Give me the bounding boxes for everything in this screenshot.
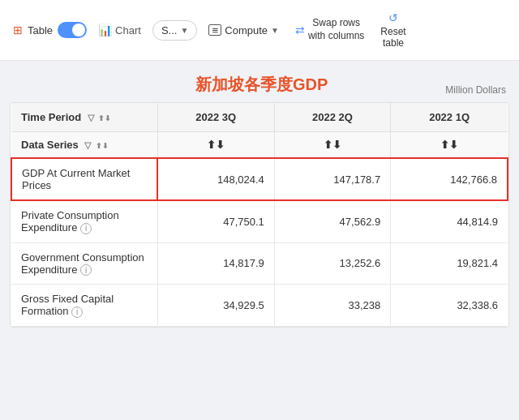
- private-consumption-col1: 47,750.1: [157, 200, 274, 242]
- reset-icon: ↺: [388, 11, 398, 24]
- main-content: 新加坡各季度GDP Million Dollars Time Period ▽ …: [0, 61, 519, 337]
- col1-sort[interactable]: ⬆⬇: [157, 132, 274, 159]
- private-consumption-label: Private Consumption Expenditure i: [11, 200, 157, 242]
- gdp-col3-value: 142,766.8: [391, 158, 508, 200]
- header-row: Time Period ▽ ⬆⬇ 2022 3Q 2022 2Q 2022 1Q: [11, 103, 508, 132]
- government-consumption-col1: 14,817.9: [157, 242, 274, 285]
- reset-label: Resettable: [380, 26, 405, 49]
- segment-dropdown[interactable]: S... ▼: [152, 20, 197, 41]
- gross-fixed-capital-label: Gross Fixed Capital Formation i: [11, 285, 157, 327]
- view-toggle-switch[interactable]: [58, 22, 87, 38]
- government-consumption-row: Government Consumption Expenditure i 14,…: [11, 242, 508, 285]
- col3-sort[interactable]: ⬆⬇: [391, 132, 508, 159]
- gdp-col2-value: 147,178.7: [274, 158, 390, 200]
- col2-sort[interactable]: ⬆⬇: [274, 132, 390, 159]
- filter-icon[interactable]: ▽: [88, 113, 94, 122]
- sort-icon[interactable]: ⬆⬇: [98, 114, 111, 122]
- time-period-header[interactable]: Time Period ▽ ⬆⬇: [11, 103, 157, 132]
- data-table: Time Period ▽ ⬆⬇ 2022 3Q 2022 2Q 2022 1Q…: [11, 103, 508, 327]
- government-consumption-col2: 13,252.6: [274, 242, 390, 285]
- gross-fixed-capital-row: Gross Fixed Capital Formation i 34,929.5…: [11, 285, 508, 327]
- segment-label: S...: [161, 24, 178, 36]
- gross-fixed-capital-col1: 34,929.5: [157, 285, 274, 327]
- gdp-col1-value: 148,024.4: [157, 158, 274, 200]
- government-consumption-label: Government Consumption Expenditure i: [11, 242, 157, 285]
- chevron-down-icon: ▼: [180, 26, 188, 35]
- unit-label: Million Dollars: [445, 84, 506, 96]
- data-table-container: Time Period ▽ ⬆⬇ 2022 3Q 2022 2Q 2022 1Q…: [10, 102, 509, 328]
- private-consumption-col2: 47,562.9: [274, 200, 390, 242]
- col3-header[interactable]: 2022 1Q: [391, 103, 508, 132]
- chart-icon: 📊: [98, 24, 112, 36]
- table-label: Table: [28, 24, 53, 36]
- gross-fixed-capital-info-icon[interactable]: i: [71, 306, 83, 318]
- private-consumption-info-icon[interactable]: i: [80, 223, 92, 234]
- reset-table-button[interactable]: ↺ Resettable: [375, 8, 410, 52]
- toolbar: ⊞ Table 📊 Chart S... ▼ ≡ Compute ▼ ⇄ Swa…: [0, 0, 519, 61]
- government-consumption-info-icon[interactable]: i: [80, 264, 92, 276]
- subheader-row: Data Series ▽ ⬆⬇ ⬆⬇ ⬆⬇ ⬆⬇: [11, 132, 508, 159]
- private-consumption-row: Private Consumption Expenditure i 47,750…: [11, 200, 508, 242]
- swap-icon: ⇄: [295, 23, 305, 37]
- table-icon: ⊞: [13, 24, 23, 36]
- government-consumption-col3: 19,821.4: [391, 242, 508, 285]
- chart-label: Chart: [115, 24, 141, 36]
- table-toggle-group: ⊞ Table: [13, 22, 87, 38]
- swap-rows-button[interactable]: ⇄ Swap rowswith columns: [290, 14, 369, 45]
- compute-chevron-icon: ▼: [271, 26, 279, 35]
- gross-fixed-capital-col3: 32,338.6: [391, 285, 508, 327]
- data-series-header[interactable]: Data Series ▽ ⬆⬇: [11, 132, 157, 159]
- page-title: 新加坡各季度GDP: [78, 74, 445, 96]
- data-series-sort-icon[interactable]: ⬆⬇: [96, 142, 109, 150]
- data-series-filter-icon[interactable]: ▽: [84, 140, 91, 150]
- chart-button[interactable]: 📊 Chart: [93, 20, 146, 40]
- private-consumption-col3: 44,814.9: [391, 200, 508, 242]
- compute-icon: ≡: [208, 24, 221, 36]
- compute-button[interactable]: ≡ Compute ▼: [204, 21, 284, 40]
- gdp-row: GDP At Current Market Prices 148,024.4 1…: [11, 158, 508, 200]
- compute-label: Compute: [225, 24, 268, 36]
- col1-header[interactable]: 2022 3Q: [157, 103, 274, 132]
- page-title-area: 新加坡各季度GDP Million Dollars: [10, 61, 509, 102]
- gross-fixed-capital-col2: 33,238: [274, 285, 390, 327]
- col2-header[interactable]: 2022 2Q: [274, 103, 390, 132]
- gdp-label: GDP At Current Market Prices: [11, 158, 157, 200]
- swap-label: Swap rowswith columns: [308, 17, 364, 42]
